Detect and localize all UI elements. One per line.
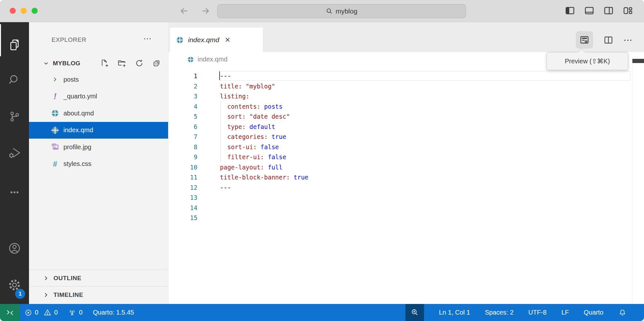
toggle-secondary-sidebar-icon[interactable] bbox=[603, 5, 614, 16]
navigate-forward-icon[interactable] bbox=[200, 6, 211, 16]
code-lines: 1---2title: "myblog"3listing:4 contents:… bbox=[168, 71, 644, 223]
scrollbar-thumb[interactable] bbox=[632, 59, 644, 63]
line-number: 8 bbox=[168, 142, 197, 152]
command-center-search[interactable]: myblog bbox=[217, 4, 466, 18]
broadcast-tower-icon bbox=[68, 308, 76, 317]
zoom-window-button[interactable] bbox=[32, 8, 38, 14]
quarto-version-text: Quarto: 1.5.45 bbox=[93, 309, 134, 316]
notifications-bell-icon[interactable] bbox=[618, 308, 627, 317]
warnings-icon bbox=[43, 308, 52, 316]
ports-count: 0 bbox=[79, 309, 82, 316]
file-name: _quarto.yml bbox=[63, 93, 97, 100]
minimize-window-button[interactable] bbox=[21, 8, 27, 14]
language-mode-status[interactable]: Quarto bbox=[584, 309, 603, 316]
code-line: 9 filter-ui: false bbox=[168, 152, 644, 162]
tree-item-posts[interactable]: posts bbox=[29, 71, 168, 88]
warnings-count: 0 bbox=[54, 309, 58, 316]
refresh-icon[interactable] bbox=[135, 59, 144, 68]
tree-item-styles-css[interactable]: # styles.css bbox=[29, 156, 168, 173]
explorer-view-icon[interactable] bbox=[0, 34, 29, 56]
line-number: 2 bbox=[168, 81, 197, 92]
code-text: page-layout: full bbox=[220, 162, 282, 173]
line-number: 7 bbox=[168, 132, 197, 142]
tab-label: index.qmd bbox=[188, 36, 219, 44]
code-text: sort-ui: false bbox=[220, 142, 279, 152]
search-value: myblog bbox=[336, 7, 357, 15]
ports-status[interactable]: 0 bbox=[68, 308, 82, 317]
code-line: 15 bbox=[168, 213, 644, 223]
code-line: 5 sort: "date desc" bbox=[168, 112, 644, 122]
tree-item-quarto-yml[interactable]: ! _quarto.yml bbox=[29, 88, 168, 105]
line-number: 6 bbox=[168, 122, 197, 132]
tree-item-about-qmd[interactable]: about.qmd bbox=[29, 105, 168, 122]
title-bar: myblog bbox=[0, 0, 644, 22]
timeline-section-header[interactable]: TIMELINE bbox=[29, 286, 168, 303]
toggle-primary-sidebar-icon[interactable] bbox=[564, 5, 575, 16]
line-number: 10 bbox=[168, 162, 197, 173]
code-line: 1--- bbox=[168, 71, 644, 81]
search-view-icon[interactable] bbox=[0, 69, 29, 91]
chevron-down-icon bbox=[43, 60, 50, 67]
run-debug-icon[interactable] bbox=[0, 142, 29, 164]
navigate-back-icon[interactable] bbox=[179, 6, 189, 16]
customize-layout-icon[interactable] bbox=[622, 5, 633, 16]
zoom-status-button[interactable] bbox=[405, 304, 424, 321]
code-line: 11title-block-banner: true bbox=[168, 172, 644, 183]
tree-item-profile-jpg[interactable]: profile.jpg bbox=[29, 139, 168, 156]
code-text: contents: posts bbox=[220, 102, 282, 112]
editor-code-area[interactable]: 1---2title: "myblog"3listing:4 contents:… bbox=[168, 67, 644, 304]
search-icon bbox=[326, 8, 333, 14]
indentation-status[interactable]: Spaces: 2 bbox=[485, 309, 514, 316]
line-number: 9 bbox=[168, 152, 197, 162]
chevron-right-icon bbox=[43, 275, 50, 282]
settings-badge: 1 bbox=[15, 289, 25, 299]
settings-gear-icon[interactable]: 1 bbox=[0, 274, 29, 296]
source-control-icon[interactable] bbox=[0, 105, 29, 128]
quarto-file-icon bbox=[187, 56, 194, 63]
code-line: 4 contents: posts bbox=[168, 102, 644, 112]
split-editor-icon[interactable] bbox=[600, 31, 617, 49]
quarto-file-icon bbox=[176, 36, 184, 44]
code-text: categories: true bbox=[220, 132, 286, 142]
tab-index-qmd[interactable]: index.qmd × bbox=[170, 28, 263, 52]
outline-section-header[interactable]: OUTLINE bbox=[29, 270, 168, 286]
tooltip-text: Preview (⇧⌘K) bbox=[565, 57, 610, 65]
code-line: 10page-layout: full bbox=[168, 162, 644, 173]
quarto-file-icon bbox=[48, 126, 62, 134]
sidebar-title: EXPLORER bbox=[52, 36, 86, 45]
close-tab-icon[interactable]: × bbox=[225, 36, 230, 44]
file-name: profile.jpg bbox=[63, 143, 91, 151]
window-controls bbox=[10, 8, 38, 14]
code-text: title-block-banner: true bbox=[220, 172, 308, 183]
code-line: 3listing: bbox=[168, 91, 644, 102]
cursor-position-status[interactable]: Ln 1, Col 1 bbox=[439, 309, 470, 316]
line-number: 5 bbox=[168, 112, 197, 122]
line-number: 3 bbox=[168, 91, 197, 102]
css-file-icon: # bbox=[48, 160, 62, 169]
new-file-icon[interactable] bbox=[100, 59, 109, 68]
code-text: type: default bbox=[220, 122, 275, 132]
folder-root-row[interactable]: MYBLOG bbox=[29, 55, 168, 71]
image-file-icon bbox=[48, 143, 62, 151]
quarto-version-status[interactable]: Quarto: 1.5.45 bbox=[93, 309, 134, 316]
eol-status[interactable]: LF bbox=[562, 309, 569, 316]
problems-status[interactable]: 0 0 bbox=[24, 308, 58, 316]
breadcrumb-file: index.qmd bbox=[198, 56, 227, 63]
accounts-icon[interactable] bbox=[0, 237, 29, 260]
code-text: filter-ui: false bbox=[220, 152, 286, 162]
encoding-status[interactable]: UTF-8 bbox=[528, 309, 547, 316]
line-number: 11 bbox=[168, 172, 197, 183]
file-name: index.qmd bbox=[63, 126, 93, 134]
collapse-folders-icon[interactable] bbox=[152, 59, 161, 68]
additional-views-icon[interactable] bbox=[0, 181, 29, 204]
new-folder-icon[interactable] bbox=[118, 59, 126, 68]
editor-more-actions-icon[interactable]: ⋯ bbox=[623, 35, 632, 45]
quarto-file-icon bbox=[48, 109, 62, 117]
remote-indicator[interactable] bbox=[0, 304, 20, 321]
tree-item-index-qmd-selected[interactable]: index.qmd bbox=[29, 122, 168, 139]
preview-button[interactable] bbox=[576, 31, 593, 49]
close-window-button[interactable] bbox=[10, 8, 16, 14]
toggle-panel-icon[interactable] bbox=[584, 5, 595, 16]
explorer-more-actions-icon[interactable]: ⋯ bbox=[143, 34, 152, 44]
code-line: 14 bbox=[168, 203, 644, 213]
